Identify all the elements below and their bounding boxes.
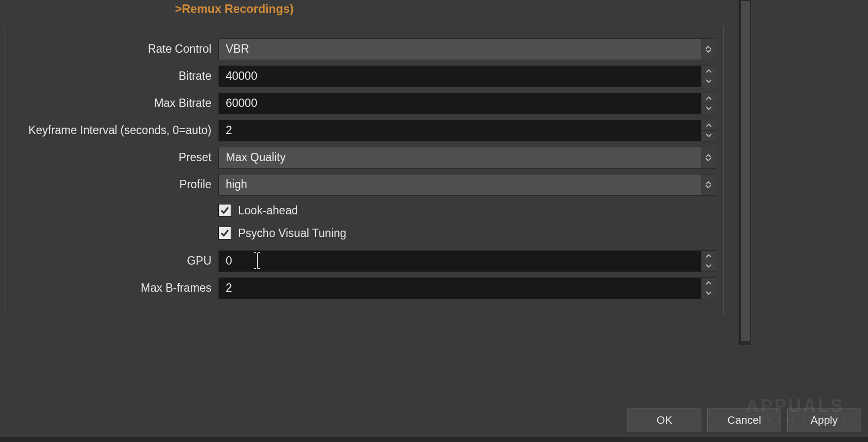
vertical-scrollbar[interactable] [739, 0, 751, 345]
max-bframes-step-down[interactable] [701, 288, 716, 299]
bitrate-label: Bitrate [11, 69, 218, 83]
cancel-button[interactable]: Cancel [707, 408, 781, 432]
gpu-step-down[interactable] [701, 261, 716, 272]
look-ahead-checkbox[interactable] [218, 204, 231, 217]
keyframe-interval-input[interactable]: 2 [218, 120, 701, 141]
gpu-input[interactable]: 0 [218, 250, 701, 272]
max-bitrate-step-down[interactable] [701, 103, 716, 114]
max-bframes-input[interactable]: 2 [218, 277, 701, 299]
rate-control-label: Rate Control [11, 42, 218, 56]
dropdown-arrows-icon [701, 147, 716, 168]
max-bframes-label: Max B-frames [11, 281, 218, 295]
profile-label: Profile [11, 178, 218, 191]
keyframe-step-up[interactable] [701, 120, 716, 131]
dropdown-arrows-icon [701, 174, 716, 195]
bitrate-input[interactable]: 40000 [218, 66, 701, 87]
dropdown-arrows-icon [701, 39, 716, 60]
preset-combo[interactable]: Max Quality [218, 147, 716, 169]
look-ahead-label: Look-ahead [238, 204, 298, 217]
encoder-settings-panel: Rate Control VBR Bitrate 40000 Max Bitra… [4, 26, 724, 314]
profile-combo[interactable]: high [218, 174, 716, 196]
psycho-visual-label: Psycho Visual Tuning [238, 227, 347, 240]
rate-control-value: VBR [226, 42, 249, 56]
horizontal-scrollbar[interactable] [0, 437, 868, 442]
bitrate-step-down[interactable] [701, 76, 716, 87]
gpu-label: GPU [11, 254, 218, 268]
keyframe-interval-label: Keyframe Interval (seconds, 0=auto) [11, 124, 218, 137]
gpu-step-up[interactable] [701, 251, 716, 262]
rate-control-combo[interactable]: VBR [218, 38, 716, 60]
max-bitrate-input[interactable]: 60000 [218, 93, 701, 114]
profile-value: high [226, 178, 247, 191]
max-bitrate-label: Max Bitrate [11, 97, 218, 110]
preset-value: Max Quality [226, 151, 285, 164]
keyframe-step-down[interactable] [701, 131, 716, 141]
bitrate-step-up[interactable] [701, 66, 716, 77]
psycho-visual-checkbox[interactable] [218, 227, 231, 239]
ok-button[interactable]: OK [627, 408, 701, 432]
scrollbar-thumb[interactable] [741, 1, 750, 341]
max-bframes-step-up[interactable] [701, 278, 716, 289]
remux-recordings-link[interactable]: >Remux Recordings) [175, 0, 868, 26]
apply-button[interactable]: Apply [787, 408, 861, 432]
preset-label: Preset [11, 151, 218, 164]
max-bitrate-step-up[interactable] [701, 93, 716, 104]
